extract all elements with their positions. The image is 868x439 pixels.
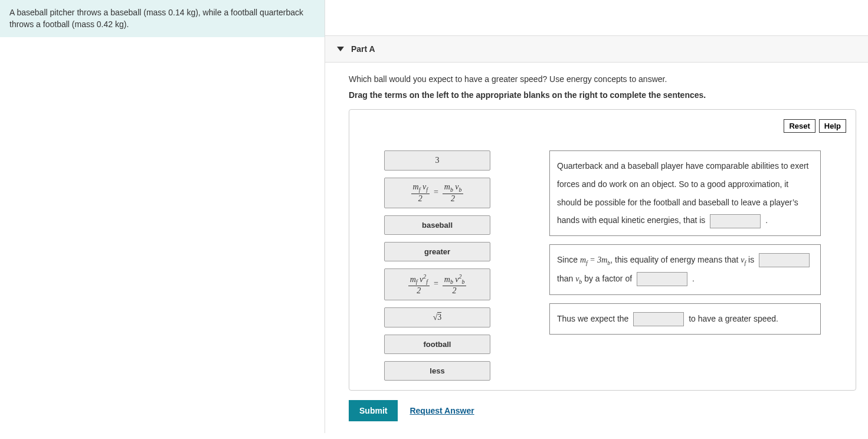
s3-t2: to have a greater speed.: [689, 314, 778, 323]
request-answer-link[interactable]: Request Answer: [410, 406, 474, 415]
blank-2[interactable]: [759, 253, 810, 267]
s3-t1: Thus we expect the: [557, 314, 628, 323]
work-area: Reset Help 3 mf vf2 = mb vb2 baseball gr…: [349, 109, 856, 391]
s2-t4: than: [557, 274, 575, 283]
term-greater[interactable]: greater: [384, 242, 490, 261]
term-three[interactable]: 3: [384, 150, 490, 171]
terms-column: 3 mf vf2 = mb vb2 baseball greater mf v2…: [384, 150, 490, 381]
term-baseball[interactable]: baseball: [384, 215, 490, 235]
term-sqrt3[interactable]: √3: [384, 307, 490, 327]
mf-eq-3mb: mf = 3mb: [580, 255, 610, 264]
problem-text: A baseball pitcher throws a baseball (ma…: [9, 8, 303, 29]
problem-statement: A baseball pitcher throws a baseball (ma…: [0, 0, 325, 37]
target-sentence-2: Since mf = 3mb, this equality of energy …: [549, 244, 821, 295]
targets-column: Quarterback and a baseball player have c…: [549, 150, 821, 381]
s2-t2: , this equality of energy means that: [610, 255, 741, 264]
sentence1-end: .: [765, 215, 768, 225]
collapse-icon: [337, 47, 344, 51]
sentence1-text: Quarterback and a baseball player have c…: [557, 161, 808, 225]
target-sentence-1: Quarterback and a baseball player have c…: [549, 150, 821, 236]
drag-instruction: Drag the terms on the left to the approp…: [349, 90, 856, 100]
term-football[interactable]: football: [384, 335, 490, 354]
part-label: Part A: [351, 44, 375, 54]
blank-1[interactable]: [710, 214, 761, 228]
s2-t5: by a factor of: [584, 274, 632, 283]
vf-symbol: vf: [741, 255, 746, 264]
submit-button[interactable]: Submit: [349, 400, 398, 421]
part-header[interactable]: Part A: [325, 35, 868, 63]
help-button[interactable]: Help: [819, 119, 846, 133]
vb-symbol: vb: [575, 274, 582, 283]
term-less[interactable]: less: [384, 361, 490, 381]
s2-t6: .: [692, 274, 695, 283]
term-eq-momentum[interactable]: mf vf2 = mb vb2: [384, 178, 490, 208]
reset-button[interactable]: Reset: [784, 119, 815, 133]
blank-4[interactable]: [633, 312, 684, 326]
blank-3[interactable]: [637, 272, 687, 286]
term-eq-ke[interactable]: mf v2f2 = mb v2b2: [384, 268, 490, 300]
s2-t3: is: [748, 255, 754, 264]
target-sentence-3: Thus we expect the to have a greater spe…: [549, 303, 821, 335]
s2-t1: Since: [557, 255, 580, 264]
question-text: Which ball would you expect to have a gr…: [349, 73, 856, 86]
